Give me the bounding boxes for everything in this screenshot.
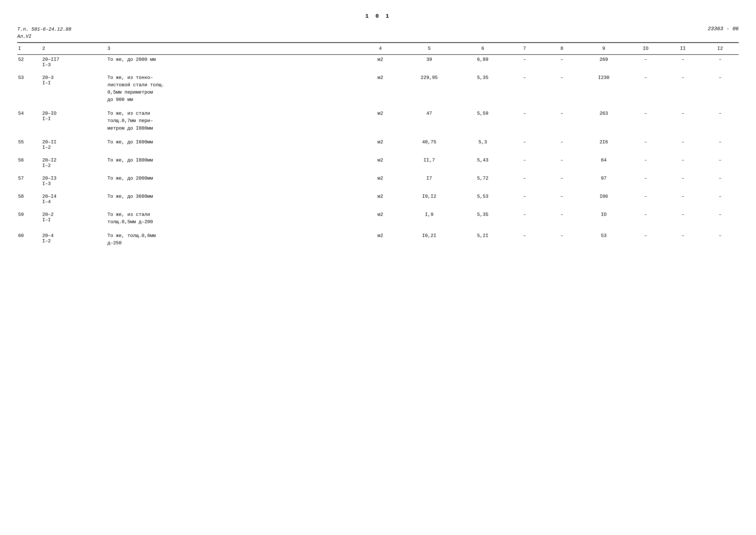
cell-3-11: – <box>664 109 701 133</box>
cell-3-6: 5,59 <box>459 109 506 133</box>
cell-4-1: 55 <box>17 137 40 152</box>
cell-1-5: 39 <box>399 55 460 69</box>
cell-2-4: м2 <box>362 73 399 105</box>
cell-2-10: – <box>627 73 664 105</box>
cell-6-7: – <box>506 174 543 188</box>
cell-6-2: 20–I3I–3 <box>40 174 106 188</box>
doc-number: 23363 - 06 <box>708 26 739 32</box>
row-spacer <box>17 188 739 192</box>
cell-4-8: – <box>543 137 580 152</box>
cell-2-11: – <box>664 73 701 105</box>
cell-1-1: 52 <box>17 55 40 69</box>
col-header-1: I <box>17 43 40 55</box>
cell-6-12: – <box>701 174 739 188</box>
table-row: 5420–IOI–IТо же, из сталитолщ.0,7мм пери… <box>17 109 739 133</box>
cell-3-4: м2 <box>362 109 399 133</box>
table-row: 5320–3I–IТо же, из тонко–листовой стали … <box>17 73 739 105</box>
cell-6-5: I7 <box>399 174 460 188</box>
cell-2-9: I230 <box>580 73 627 105</box>
col-header-9: 9 <box>580 43 627 55</box>
cell-5-3: То же, до I800мм <box>106 155 362 170</box>
cell-1-4: м2 <box>362 55 399 69</box>
row-spacer <box>17 248 739 252</box>
row-spacer <box>17 227 739 231</box>
col-header-10: IO <box>627 43 664 55</box>
cell-1-8: – <box>543 55 580 69</box>
cell-6-1: 57 <box>17 174 40 188</box>
cell-2-3: То же, из тонко–листовой стали толщ.0,5м… <box>106 73 362 105</box>
cell-5-2: 20–I2I–2 <box>40 155 106 170</box>
cell-9-2: 20–4I–2 <box>40 231 106 248</box>
cell-6-9: 97 <box>580 174 627 188</box>
cell-8-10: – <box>627 210 664 227</box>
page-number: 1 0 1 <box>17 13 739 19</box>
cell-2-2: 20–3I–I <box>40 73 106 105</box>
cell-1-2: 20–II7I–3 <box>40 55 106 69</box>
cell-1-12: – <box>701 55 739 69</box>
cell-2-6: 5,35 <box>459 73 506 105</box>
col-header-5: 5 <box>399 43 460 55</box>
cell-9-7: – <box>506 231 543 248</box>
cell-9-6: 5,2I <box>459 231 506 248</box>
cell-4-2: 20–III–2 <box>40 137 106 152</box>
cell-2-5: 229,95 <box>399 73 460 105</box>
cell-8-4: м2 <box>362 210 399 227</box>
cell-3-2: 20–IOI–I <box>40 109 106 133</box>
cell-8-7: – <box>506 210 543 227</box>
cell-4-11: – <box>664 137 701 152</box>
cell-5-5: II,7 <box>399 155 460 170</box>
cell-5-10: – <box>627 155 664 170</box>
cell-7-2: 20–I4I–4 <box>40 192 106 206</box>
cell-2-7: – <box>506 73 543 105</box>
cell-6-8: – <box>543 174 580 188</box>
cell-7-1: 58 <box>17 192 40 206</box>
cell-3-9: 263 <box>580 109 627 133</box>
cell-6-3: То же, до 2000мм <box>106 174 362 188</box>
row-spacer <box>17 152 739 155</box>
row-spacer <box>17 206 739 210</box>
cell-8-8: – <box>543 210 580 227</box>
cell-5-12: – <box>701 155 739 170</box>
cell-1-6: 6,89 <box>459 55 506 69</box>
table-row: 5620–I2I–2То же, до I800ммм2II,75,43––64… <box>17 155 739 170</box>
col-header-11: II <box>664 43 701 55</box>
table-row: 5720–I3I–3То же, до 2000ммм2I75,72––97––… <box>17 174 739 188</box>
cell-2-1: 53 <box>17 73 40 105</box>
cell-1-11: – <box>664 55 701 69</box>
cell-2-8: – <box>543 73 580 105</box>
cell-7-9: I06 <box>580 192 627 206</box>
cell-9-9: 53 <box>580 231 627 248</box>
cell-7-11: – <box>664 192 701 206</box>
cell-7-6: 5,53 <box>459 192 506 206</box>
table-row: 5920–2I–IТо же, из сталитолщ.0,5мм д–200… <box>17 210 739 227</box>
cell-7-7: – <box>506 192 543 206</box>
table-header-row: I 2 3 4 5 6 7 8 9 IO II I2 <box>17 43 739 55</box>
cell-4-9: 2I6 <box>580 137 627 152</box>
cell-6-6: 5,72 <box>459 174 506 188</box>
cell-6-10: – <box>627 174 664 188</box>
col-header-12: I2 <box>701 43 739 55</box>
main-table: I 2 3 4 5 6 7 8 9 IO II I2 5220–II7I–3То… <box>17 43 739 252</box>
col-header-6: 6 <box>459 43 506 55</box>
cell-3-10: – <box>627 109 664 133</box>
tp-label: Т.п. 501-6-24.12.88 Ал.VI <box>17 26 71 40</box>
cell-7-5: I9,I2 <box>399 192 460 206</box>
cell-5-8: – <box>543 155 580 170</box>
cell-8-6: 5,35 <box>459 210 506 227</box>
cell-7-8: – <box>543 192 580 206</box>
cell-7-10: – <box>627 192 664 206</box>
cell-6-11: – <box>664 174 701 188</box>
cell-8-12: – <box>701 210 739 227</box>
row-spacer <box>17 69 739 73</box>
col-header-8: 8 <box>543 43 580 55</box>
table-row: 6020–4I–2То же, толщ.0,6ммд–250м2I0,2I5,… <box>17 231 739 248</box>
cell-8-2: 20–2I–I <box>40 210 106 227</box>
cell-4-5: 40,75 <box>399 137 460 152</box>
cell-1-3: То же, до 2000 мм <box>106 55 362 69</box>
table-row: 5520–III–2То же, до I600ммм240,755,3––2I… <box>17 137 739 152</box>
cell-5-1: 56 <box>17 155 40 170</box>
cell-4-4: м2 <box>362 137 399 152</box>
row-spacer <box>17 133 739 137</box>
cell-1-10: – <box>627 55 664 69</box>
cell-3-3: То же, из сталитолщ.0,7мм пери–метром до… <box>106 109 362 133</box>
